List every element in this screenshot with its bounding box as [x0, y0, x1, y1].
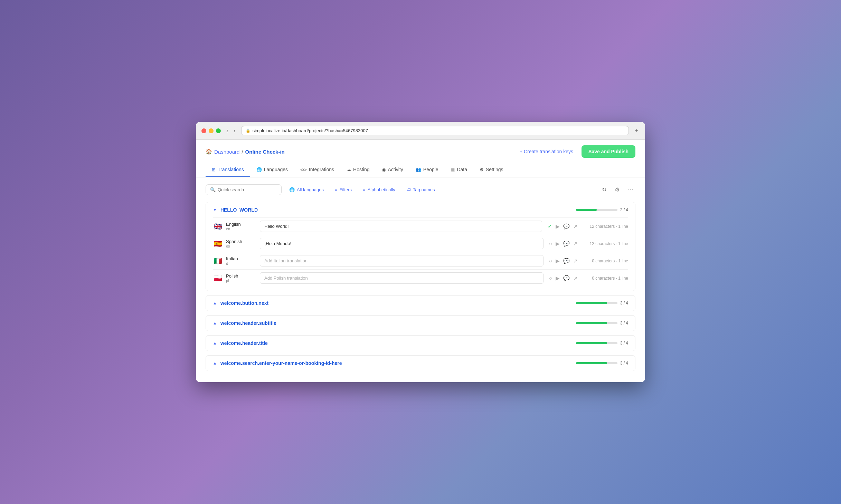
table-row: 🇵🇱 Polish pl ○ ▶ 💬	[213, 269, 628, 287]
progress-bar	[576, 209, 617, 211]
approve-icon-it[interactable]: ○	[549, 258, 552, 264]
globe-icon: 🌐	[289, 187, 295, 192]
tab-integrations[interactable]: </> Integrations	[294, 163, 340, 177]
refresh-button[interactable]: ↻	[600, 184, 608, 195]
chevron-up-icon-3[interactable]: ▲	[213, 341, 217, 346]
chevron-up-icon-4[interactable]: ▲	[213, 361, 217, 366]
translation-input-es[interactable]	[260, 238, 544, 249]
tag-names-button[interactable]: 🏷 Tag names	[403, 185, 438, 194]
group-key-welcome-search: welcome.search.enter-your-name-or-bookin…	[220, 360, 573, 366]
row-actions-en: ✓ ▶ 💬 ↗	[548, 223, 578, 230]
dashboard-link[interactable]: Dashboard	[214, 149, 239, 155]
play-icon-en[interactable]: ▶	[556, 223, 560, 230]
progress-bar-container-3: 3 / 4	[576, 321, 628, 326]
char-info-en: 12 characters · 1 line	[583, 224, 628, 229]
group-key-welcome-header-title: welcome.header.title	[220, 340, 573, 346]
expand-icon-es[interactable]: ↗	[573, 241, 578, 247]
alphabetically-button[interactable]: ≡ Alphabetically	[359, 185, 399, 194]
address-bar[interactable]: 🔒 simplelocalize.io/dashboard/projects/?…	[241, 126, 629, 135]
translation-input-it[interactable]	[260, 255, 544, 266]
tab-integrations-label: Integrations	[309, 167, 334, 172]
minimize-button[interactable]	[209, 128, 214, 133]
table-row: 🇬🇧 English en ✓ ▶ 💬	[213, 217, 628, 235]
all-languages-label: All languages	[297, 187, 324, 192]
progress-fill-4	[576, 342, 607, 344]
lang-info-en: 🇬🇧 English en	[213, 222, 254, 231]
lang-code-es: es	[226, 244, 242, 248]
breadcrumb-row: 🏠 Dashboard / Online Check-in + Create t…	[206, 145, 635, 158]
comment-icon-en[interactable]: 💬	[563, 223, 570, 230]
comment-icon-it[interactable]: 💬	[563, 258, 570, 264]
tab-data-label: Data	[457, 167, 467, 172]
approve-icon-pl[interactable]: ○	[549, 275, 552, 281]
translation-group-welcome-button-next[interactable]: ▲ welcome.button.next 3 / 4	[206, 295, 635, 311]
tab-settings-label: Settings	[486, 167, 503, 172]
search-box[interactable]: 🔍	[206, 184, 282, 195]
tab-hosting[interactable]: ☁ Hosting	[340, 163, 376, 177]
translation-group-welcome-search[interactable]: ▲ welcome.search.enter-your-name-or-book…	[206, 355, 635, 371]
play-icon-es[interactable]: ▶	[556, 241, 560, 247]
all-languages-filter[interactable]: 🌐 All languages	[286, 185, 327, 194]
progress-bar-5	[576, 362, 617, 364]
filters-button[interactable]: ≡ Filters	[331, 185, 355, 194]
flag-es: 🇪🇸	[213, 239, 223, 249]
tab-languages-label: Languages	[264, 167, 288, 172]
tab-translations-label: Translations	[218, 167, 244, 172]
expand-icon-pl[interactable]: ↗	[573, 275, 578, 281]
translation-input-pl[interactable]	[260, 272, 544, 284]
group-key-welcome-header-subtitle: welcome.header.subtitle	[220, 320, 573, 326]
approve-icon-es[interactable]: ○	[549, 241, 552, 246]
char-info-pl: 0 characters · 1 line	[583, 276, 628, 281]
progress-bar-container-4: 3 / 4	[576, 341, 628, 346]
new-tab-button[interactable]: +	[633, 127, 640, 134]
translations-icon: ⊞	[212, 167, 216, 172]
tab-data[interactable]: ▤ Data	[444, 163, 473, 177]
forward-button[interactable]: ›	[232, 127, 237, 135]
traffic-lights	[201, 128, 221, 133]
chevron-down-icon[interactable]: ▼	[213, 207, 217, 212]
expand-icon-it[interactable]: ↗	[573, 258, 578, 264]
settings-button[interactable]: ⚙	[613, 184, 622, 195]
create-translation-keys-button[interactable]: + Create translation keys	[516, 146, 577, 157]
translation-input-en[interactable]	[260, 221, 542, 232]
comment-icon-es[interactable]: 💬	[563, 241, 570, 247]
tab-people[interactable]: 👥 People	[409, 163, 445, 177]
chevron-up-icon-2[interactable]: ▲	[213, 321, 217, 326]
lang-name-italian: Italian	[226, 256, 238, 261]
filter-icon: ≡	[335, 187, 338, 192]
save-and-publish-button[interactable]: Save and Publish	[582, 145, 635, 158]
comment-icon-pl[interactable]: 💬	[563, 275, 570, 281]
progress-fill-3	[576, 322, 607, 324]
play-icon-pl[interactable]: ▶	[556, 275, 560, 281]
translation-group-welcome-header-subtitle[interactable]: ▲ welcome.header.subtitle 3 / 4	[206, 315, 635, 331]
close-button[interactable]	[201, 128, 206, 133]
progress-bar-container-2: 3 / 4	[576, 301, 628, 306]
lang-code-it: it	[226, 261, 238, 265]
activity-icon: ◉	[382, 167, 386, 172]
tag-icon: 🏷	[406, 187, 411, 192]
group-header-hello-world[interactable]: ▼ HELLO_WORLD 2 / 4	[206, 202, 635, 217]
translation-group-hello-world: ▼ HELLO_WORLD 2 / 4 🇬🇧	[206, 202, 635, 291]
more-options-button[interactable]: ⋯	[626, 184, 635, 195]
group-key-welcome-button-next: welcome.button.next	[220, 300, 573, 306]
row-actions-it: ○ ▶ 💬 ↗	[549, 258, 578, 264]
approve-icon-en[interactable]: ✓	[548, 223, 552, 230]
lang-name-spanish: Spanish	[226, 239, 242, 244]
tab-translations[interactable]: ⊞ Translations	[206, 163, 250, 177]
char-info-it: 0 characters · 1 line	[583, 259, 628, 263]
play-icon-it[interactable]: ▶	[556, 258, 560, 264]
tab-activity[interactable]: ◉ Activity	[376, 163, 409, 177]
chevron-up-icon[interactable]: ▲	[213, 301, 217, 306]
translation-input-wrapper-pl	[260, 272, 544, 284]
maximize-button[interactable]	[216, 128, 221, 133]
translation-group-welcome-header-title[interactable]: ▲ welcome.header.title 3 / 4	[206, 335, 635, 351]
search-input[interactable]	[218, 187, 277, 192]
group-key-hello-world: HELLO_WORLD	[220, 207, 573, 213]
tab-settings[interactable]: ⚙ Settings	[473, 163, 510, 177]
row-actions-pl: ○ ▶ 💬 ↗	[549, 275, 578, 281]
progress-text-5: 3 / 4	[620, 361, 628, 366]
settings-icon: ⚙	[480, 167, 484, 172]
tab-languages[interactable]: 🌐 Languages	[250, 163, 294, 177]
back-button[interactable]: ‹	[225, 127, 229, 135]
expand-icon-en[interactable]: ↗	[573, 223, 578, 230]
